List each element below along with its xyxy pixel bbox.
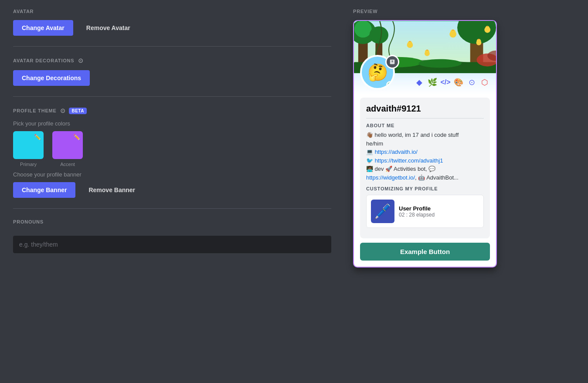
accent-label: Accent — [60, 162, 75, 167]
bird-icon: 🐦 — [366, 157, 375, 164]
preview-label: PREVIEW — [353, 9, 579, 14]
pronouns-section: PRONOUNS — [13, 219, 331, 264]
activity-time: 02 : 28 elapsed — [399, 212, 435, 218]
link2[interactable]: https://twitter.com/advaithj1 — [375, 157, 443, 164]
accent-color-swatch[interactable]: ✏️ — [52, 131, 83, 159]
activity-card: 🖊️ User Profile 02 : 28 elapsed — [366, 195, 484, 228]
svg-point-11 — [418, 59, 462, 68]
activity-text: User Profile 02 : 28 elapsed — [399, 205, 435, 218]
remove-avatar-button[interactable]: Remove Avatar — [78, 20, 139, 36]
badge-leaf: 🌿 — [427, 77, 438, 88]
right-panel: PREVIEW — [344, 0, 588, 383]
left-panel: AVATAR Change Avatar Remove Avatar AVATA… — [0, 0, 344, 383]
avatar-decorations-section: AVATAR DECORATIONS ⊙ Change Decorations — [13, 57, 331, 97]
online-dot — [386, 81, 394, 89]
profile-theme-section: PROFILE THEME ⊙ BETA Pick your profile c… — [13, 107, 331, 209]
svg-point-4 — [354, 21, 372, 37]
avatar-emoji: 🤔 — [367, 63, 388, 82]
color-picker-row: ✏️ Primary ✏️ Accent — [13, 131, 331, 167]
beta-badge: BETA — [69, 108, 86, 114]
profile-theme-label: PROFILE THEME ⊙ BETA — [13, 107, 331, 114]
username-display: advaith#9121 — [366, 104, 484, 119]
badge-dev: </> — [440, 77, 451, 88]
accent-color-wrap: ✏️ Accent — [52, 131, 83, 167]
link3[interactable]: https://widgetbot.io/ — [366, 174, 415, 181]
avatar-section: AVATAR Change Avatar Remove Avatar — [13, 9, 331, 47]
upload-icon — [389, 59, 395, 65]
avatar-decorations-label: AVATAR DECORATIONS ⊙ — [13, 57, 331, 64]
pencil-icon: ✏️ — [34, 134, 41, 140]
preview-section: PREVIEW — [353, 9, 579, 268]
avatar-section-label: AVATAR — [13, 9, 331, 14]
choose-banner-text: Choose your profile banner — [13, 171, 331, 178]
nitro-crown-icon: ⊙ — [78, 57, 84, 64]
change-avatar-button[interactable]: Change Avatar — [13, 20, 73, 36]
primary-color-wrap: ✏️ Primary — [13, 131, 44, 167]
about-me-text: 👋🏾 hello world, im 17 and i code stuff h… — [366, 131, 484, 182]
pick-colors-text: Pick your profile colors — [13, 120, 331, 127]
profile-avatar-area: 🤔 ◆ 🌿 </> 🎨 ⊙ ⬡ — [354, 73, 496, 95]
primary-label: Primary — [20, 162, 37, 167]
badge-hypesquad: ◆ — [414, 77, 425, 88]
laptop-icon: 💻 — [366, 149, 375, 155]
pencil-icon2: ✏️ — [73, 134, 80, 140]
nitro-crown-icon2: ⊙ — [60, 107, 66, 114]
svg-point-6 — [370, 27, 388, 44]
activity-name: User Profile — [399, 205, 435, 212]
change-decorations-button[interactable]: Change Decorations — [13, 70, 90, 86]
profile-info-box: advaith#9121 ABOUT ME 👋🏾 hello world, im… — [360, 98, 490, 238]
remove-banner-button[interactable]: Remove Banner — [80, 182, 144, 198]
badge-hex: ⬡ — [479, 77, 490, 88]
activity-icon: 🖊️ — [371, 200, 394, 223]
pronouns-input[interactable] — [13, 236, 331, 253]
change-banner-button[interactable]: Change Banner — [13, 182, 75, 198]
avatar-upload-button[interactable] — [385, 55, 399, 69]
about-me-title: ABOUT ME — [366, 123, 484, 128]
primary-color-swatch[interactable]: ✏️ — [13, 131, 44, 159]
customizing-title: CUSTOMIZING MY PROFILE — [366, 186, 484, 191]
pronouns-section-label: PRONOUNS — [13, 219, 331, 224]
badge-nitro: ⊙ — [466, 77, 477, 88]
example-button[interactable]: Example Button — [360, 243, 490, 261]
badge-art: 🎨 — [453, 77, 464, 88]
link1[interactable]: https://advaith.io/ — [375, 149, 418, 155]
profile-card: 🤔 ◆ 🌿 </> 🎨 ⊙ ⬡ — [353, 20, 497, 268]
